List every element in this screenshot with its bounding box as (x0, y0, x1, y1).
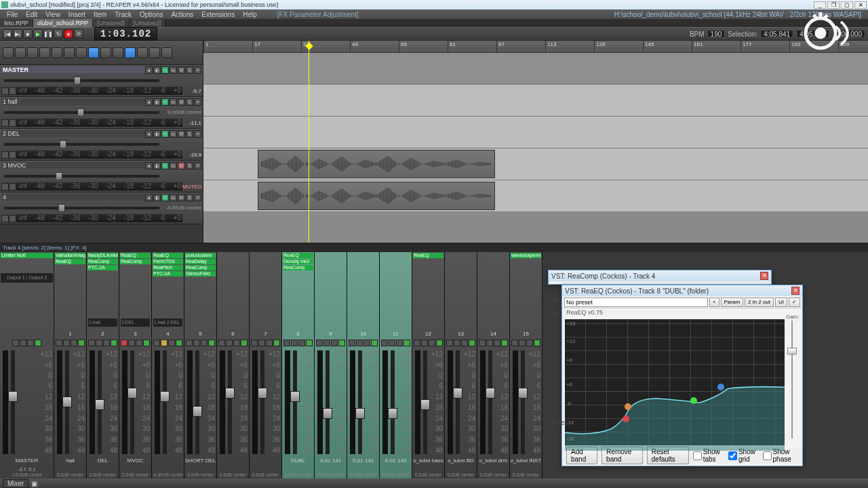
eq-band-point[interactable] (623, 415, 629, 422)
mixer-solo-button[interactable] (454, 340, 460, 346)
mixer-io[interactable]: Output 1 / Output 2 (1, 273, 53, 283)
mixer-track-strip[interactable]: waveshapermu15+12+606121824303648o_lubvi… (510, 252, 542, 479)
track-volume-fader[interactable] (4, 111, 159, 114)
track-env-button[interactable]: ≡ (194, 98, 201, 106)
mixer-fx-slot[interactable]: ReaEQ (153, 253, 183, 258)
mixer-fader[interactable] (391, 350, 395, 454)
menu-edit[interactable]: Edit (22, 11, 41, 18)
mixer-fader[interactable] (521, 350, 525, 454)
mixer-solo-button[interactable] (63, 340, 70, 346)
mixer-mute-button[interactable] (283, 340, 290, 346)
mixer-solo-button[interactable] (291, 340, 298, 346)
track-monitor-button[interactable]: ◐ (153, 98, 161, 106)
transport-record-button[interactable]: ● (64, 29, 73, 39)
toolbar-btn[interactable] (125, 47, 136, 58)
mixer-btn[interactable] (298, 340, 305, 346)
track-solo-button[interactable]: S (186, 98, 193, 106)
mixer-fx-button[interactable] (273, 340, 280, 346)
transport-stop-button[interactable]: ■ (23, 29, 33, 39)
mixer-mute-button[interactable] (349, 340, 355, 346)
mixer-mute-button[interactable] (381, 340, 388, 346)
arrange-row[interactable] (203, 85, 868, 117)
mixer-solo-button[interactable] (258, 340, 265, 346)
mixer-mute-button[interactable] (88, 340, 95, 346)
transport-start-button[interactable]: |◀ (3, 29, 12, 39)
mixer-fader[interactable] (65, 350, 69, 454)
menu-help[interactable]: Help (239, 11, 261, 18)
mixer-mute-button[interactable] (511, 340, 518, 346)
track-monitor-button[interactable]: ◐ (153, 162, 161, 169)
mixer-fader[interactable] (423, 350, 427, 454)
menu-track[interactable]: Track (111, 11, 136, 18)
mixer-mute-button[interactable] (56, 340, 62, 346)
track-mute-button[interactable]: M (178, 194, 185, 201)
mixer-fx-slot[interactable]: ValhallaVintage (55, 253, 85, 258)
minimize-button[interactable]: _ (814, 1, 826, 9)
track-small-btn[interactable] (1, 215, 9, 222)
track-row[interactable]: 3 MVOC●◐fxioMS≡-inf-48-42-36-30-24-18-12… (0, 161, 203, 192)
mixer-btn[interactable] (396, 340, 403, 346)
toolbar-btn[interactable] (64, 47, 75, 58)
track-env-button[interactable]: ≡ (194, 162, 201, 169)
track-env-button[interactable]: ≡ (194, 130, 201, 138)
mixer-solo-button[interactable] (421, 340, 428, 346)
menu-item[interactable]: Item (90, 11, 111, 18)
mixer-fx-button[interactable] (111, 340, 117, 346)
media-item[interactable] (258, 150, 495, 178)
mixer-mute-button[interactable] (153, 340, 160, 346)
track-monitor-button[interactable]: ◐ (153, 66, 161, 74)
track-fx-button[interactable]: fx (161, 194, 169, 201)
mixer-fx-slot[interactable]: ReaEQ (283, 253, 313, 258)
menu-view[interactable]: View (41, 11, 64, 18)
mixer-btn[interactable] (103, 340, 110, 346)
mixer-fx-button[interactable] (35, 340, 41, 346)
track-mute-button[interactable]: M (178, 162, 185, 169)
mixer-btn[interactable] (201, 340, 208, 346)
mixer-fader[interactable] (98, 350, 102, 454)
fx-preset-dropdown[interactable]: No preset (564, 298, 708, 307)
mixer-send[interactable]: 1.hall 2:DEL (153, 319, 182, 327)
track-io-button[interactable]: io (170, 66, 177, 74)
mixer-fx-button[interactable] (338, 340, 345, 346)
track-name[interactable]: 1 hall (1, 98, 145, 105)
mixer-track-strip[interactable]: NastyDLAmkIIReaCompPTC-2A1.hall2+12+6061… (87, 252, 119, 479)
fx-bypass-button[interactable]: ✓ (789, 298, 800, 307)
track-io-button[interactable]: io (170, 130, 177, 138)
mixer-fx-slot[interactable]: Density mkII (283, 259, 313, 264)
track-volume-fader[interactable] (4, 175, 159, 178)
mixer-mute-button[interactable] (251, 340, 258, 346)
mixer-fx-button[interactable] (78, 340, 85, 346)
mixer-mute-button[interactable] (414, 340, 420, 346)
toolbar-btn[interactable] (100, 47, 111, 58)
menu-insert[interactable]: Insert (64, 11, 90, 18)
mixer-fx-slot[interactable]: ReaComp (185, 265, 216, 270)
toolbar-btn[interactable] (137, 47, 148, 58)
fx-routing-button[interactable]: 2 in 2 out (745, 298, 774, 307)
mixer-btn[interactable] (27, 340, 34, 346)
close-button[interactable]: ✕ (854, 1, 867, 9)
restore-button[interactable]: ❐ (827, 1, 840, 9)
mixer-fader[interactable] (260, 350, 264, 454)
mixer-solo-button[interactable] (519, 340, 526, 346)
arrange-view[interactable]: 1173349658197113129145161177193209 (203, 41, 868, 243)
mixer-track-strip[interactable]: 11+12+6061218243036486-01 1430.0dB cente… (380, 252, 412, 479)
mixer-mute-button[interactable] (121, 340, 127, 346)
mixer-fx-slot[interactable]: PTC-2A (87, 265, 118, 270)
mixer-fx-button[interactable] (534, 340, 540, 346)
mixer-fx-slot[interactable]: ReaEQ (413, 253, 443, 258)
track-name[interactable]: MASTER (1, 66, 145, 73)
mixer-fx-slot[interactable]: FerricTDS (153, 259, 183, 264)
toolbar-btn[interactable] (3, 47, 14, 58)
mixer-mute-button[interactable] (316, 340, 323, 346)
mixer-fx-slot[interactable]: ReaPitch (153, 265, 183, 270)
track-small-btn[interactable] (9, 87, 16, 95)
mixer-mute-button[interactable] (218, 340, 225, 346)
track-small-btn[interactable] (9, 119, 16, 127)
mixer-btn[interactable] (71, 340, 77, 346)
toolbar-btn[interactable] (113, 47, 123, 58)
toolbar-btn[interactable] (15, 47, 26, 58)
track-fx-button[interactable]: fx (161, 66, 169, 74)
fx-param-button[interactable]: Param (721, 298, 744, 307)
mixer-fx-slot[interactable]: waveshapermu (511, 253, 541, 258)
track-fx-button[interactable]: fx (161, 162, 169, 169)
